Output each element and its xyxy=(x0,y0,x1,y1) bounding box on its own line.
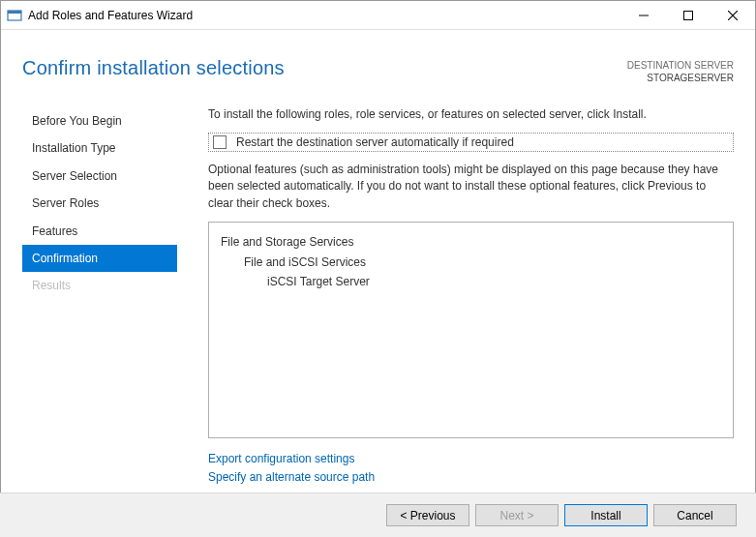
restart-checkbox-label: Restart the destination server automatic… xyxy=(236,135,514,149)
svg-rect-3 xyxy=(684,12,693,20)
content-panel: To install the following roles, role ser… xyxy=(177,107,734,488)
destination-server: STORAGESERVER xyxy=(627,72,734,84)
svg-rect-1 xyxy=(8,11,21,14)
minimize-button[interactable] xyxy=(621,1,666,30)
alternate-source-link[interactable]: Specify an alternate source path xyxy=(208,468,734,487)
links-block: Export configuration settings Specify an… xyxy=(208,450,734,487)
next-button: Next > xyxy=(475,504,559,526)
window-title: Add Roles and Features Wizard xyxy=(28,9,621,22)
selection-item: File and Storage Services xyxy=(221,232,721,252)
page-title: Confirm installation selections xyxy=(22,57,285,79)
optional-features-text: Optional features (such as administratio… xyxy=(208,162,734,212)
selection-item: File and iSCSI Services xyxy=(221,253,721,272)
selections-list: File and Storage ServicesFile and iSCSI … xyxy=(208,222,734,438)
window-controls xyxy=(621,1,755,29)
footer: < Previous Next > Install Cancel xyxy=(0,492,756,537)
previous-button[interactable]: < Previous xyxy=(386,504,469,526)
destination-info: DESTINATION SERVER STORAGESERVER xyxy=(627,59,734,84)
wizard-nav: Before You BeginInstallation TypeServer … xyxy=(22,107,177,488)
restart-checkbox[interactable] xyxy=(213,135,227,149)
selection-item: iSCSI Target Server xyxy=(221,272,721,291)
nav-item-results: Results xyxy=(22,272,177,299)
export-config-link[interactable]: Export configuration settings xyxy=(208,450,734,468)
app-icon xyxy=(7,8,22,23)
maximize-button[interactable] xyxy=(666,1,711,30)
install-button[interactable]: Install xyxy=(564,504,648,526)
nav-item-installation-type[interactable]: Installation Type xyxy=(22,134,177,162)
intro-text: To install the following roles, role ser… xyxy=(208,107,734,121)
titlebar: Add Roles and Features Wizard xyxy=(1,1,755,30)
header: Confirm installation selections DESTINAT… xyxy=(1,30,755,84)
nav-item-server-roles[interactable]: Server Roles xyxy=(22,190,177,217)
close-button[interactable] xyxy=(711,1,755,30)
nav-item-server-selection[interactable]: Server Selection xyxy=(22,163,177,190)
restart-checkbox-row[interactable]: Restart the destination server automatic… xyxy=(208,133,734,152)
nav-item-confirmation[interactable]: Confirmation xyxy=(22,245,177,272)
destination-label: DESTINATION SERVER xyxy=(627,59,734,72)
cancel-button[interactable]: Cancel xyxy=(653,504,737,526)
nav-item-features[interactable]: Features xyxy=(22,218,177,245)
nav-item-before-you-begin[interactable]: Before You Begin xyxy=(22,107,177,134)
